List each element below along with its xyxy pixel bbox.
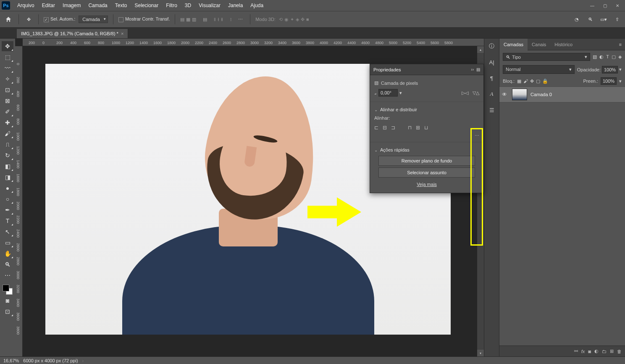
more-options-icon[interactable]: ⋯: [236, 15, 245, 24]
auto-select-mode-dropdown[interactable]: Camada: [79, 16, 108, 23]
align-vertical-centers-icon[interactable]: ⊞: [416, 125, 420, 131]
close-tab-icon[interactable]: ×: [121, 31, 123, 36]
filter-adjustment-icon[interactable]: ◐: [599, 54, 604, 60]
menu-edit[interactable]: Editar: [38, 0, 59, 11]
hand-tool[interactable]: ✋: [2, 249, 13, 259]
magic-wand-tool[interactable]: ✧: [2, 74, 13, 84]
new-group-icon[interactable]: 🗀: [602, 349, 607, 354]
layer-row[interactable]: 👁 Camada 0: [499, 86, 625, 102]
marquee-tool[interactable]: ⬚: [2, 52, 13, 62]
home-button[interactable]: [3, 14, 13, 24]
character-panel-icon[interactable]: A|: [487, 57, 497, 67]
window-close[interactable]: ✕: [612, 1, 623, 10]
share-icon[interactable]: ⇧: [612, 15, 622, 24]
menu-3d[interactable]: 3D: [181, 0, 195, 11]
angle-input[interactable]: [378, 89, 398, 97]
search-icon[interactable]: 🔍︎: [586, 15, 595, 24]
remove-background-button[interactable]: Remover plano de fundo: [378, 156, 475, 166]
opacity-input[interactable]: [602, 66, 618, 73]
lock-transparent-icon[interactable]: ▦: [517, 79, 521, 84]
select-subject-button[interactable]: Selecionar assunto: [378, 168, 475, 178]
color-swatches[interactable]: [3, 285, 13, 295]
path-selection-tool[interactable]: ↖: [2, 227, 13, 237]
edit-toolbar[interactable]: ⋯: [2, 270, 13, 280]
menu-view[interactable]: Visualizar: [195, 0, 224, 11]
flip-horizontal-icon[interactable]: ▷◁: [462, 90, 468, 96]
flip-vertical-icon[interactable]: ▽△: [473, 90, 479, 96]
history-brush-tool[interactable]: ↻: [2, 150, 13, 160]
lock-position-icon[interactable]: ✥: [530, 79, 534, 84]
workspace-icon[interactable]: ▭▾: [599, 15, 608, 24]
menu-image[interactable]: Imagem: [59, 0, 84, 11]
window-maximize[interactable]: ▢: [599, 1, 611, 10]
blend-mode-dropdown[interactable]: Normal ▾: [503, 65, 575, 74]
pen-tool[interactable]: ✒: [2, 205, 13, 215]
cloud-user-icon[interactable]: ◔: [572, 15, 581, 24]
shape-tool[interactable]: ▭: [2, 238, 13, 248]
gradient-tool[interactable]: ◨: [2, 172, 13, 182]
align-horizontal-centers-icon[interactable]: ⊟: [383, 125, 387, 131]
history-tab[interactable]: Histórico: [550, 39, 577, 50]
dodge-tool[interactable]: ○: [2, 194, 13, 204]
vertical-ruler[interactable]: 0 200 400 600 800 1000 1200 1400 1600 18…: [15, 46, 23, 356]
delete-layer-icon[interactable]: 🗑: [617, 349, 622, 354]
screen-mode-toggle[interactable]: ⊡: [2, 306, 13, 317]
channels-tab[interactable]: Canais: [528, 39, 550, 50]
filter-pixel-icon[interactable]: ▧: [593, 54, 597, 60]
layer-name[interactable]: Camada 0: [530, 92, 552, 97]
see-more-link[interactable]: Veja mais: [374, 179, 479, 189]
lasso-tool[interactable]: 〰: [2, 63, 13, 73]
foreground-color-swatch[interactable]: [3, 285, 9, 291]
menu-file[interactable]: Arquivo: [13, 0, 38, 11]
align-section-header[interactable]: Alinhar e distribuir: [374, 105, 479, 114]
menu-window[interactable]: Janela: [224, 0, 247, 11]
layer-filter-type-dropdown[interactable]: 🔍︎ Tipo ▾: [503, 53, 590, 61]
lock-artboard-icon[interactable]: ▢: [536, 79, 540, 84]
filter-type-icon[interactable]: T: [606, 54, 609, 60]
fill-input[interactable]: [601, 77, 617, 85]
zoom-level[interactable]: 16,67%: [3, 358, 19, 363]
info-panel-icon[interactable]: ⓘ: [487, 41, 497, 51]
quick-mask-toggle[interactable]: ◙: [2, 296, 13, 306]
paragraph-panel-icon[interactable]: ¶: [487, 73, 497, 83]
more-align-icon[interactable]: ⋯: [475, 133, 479, 138]
menu-layer[interactable]: Camada: [84, 0, 111, 11]
horizontal-ruler[interactable]: 200 0 200 400 600 800 1000 1200 1400 160…: [23, 39, 484, 46]
lock-image-icon[interactable]: 🖌: [523, 79, 528, 84]
align-right-edges-icon[interactable]: ⊐: [391, 125, 395, 131]
glyphs-panel-icon[interactable]: A: [487, 89, 497, 99]
status-arrow-icon[interactable]: ›: [82, 358, 84, 363]
panel-layout-icon[interactable]: ▤: [476, 67, 480, 72]
properties-panel-header[interactable]: Propriedades ›› ▤: [370, 64, 483, 75]
healing-brush-tool[interactable]: ✚: [2, 118, 13, 128]
collapse-panel-icon[interactable]: ››: [471, 67, 474, 72]
new-layer-icon[interactable]: ⊞: [610, 348, 614, 354]
menu-text[interactable]: Texto: [111, 0, 131, 11]
blur-tool[interactable]: ●: [2, 183, 13, 193]
align-left-edges-icon[interactable]: ⊏: [374, 125, 378, 131]
eyedropper-tool[interactable]: ✐: [2, 107, 13, 117]
auto-select-checkbox[interactable]: Sel. Autom.:: [44, 16, 75, 22]
filter-shape-icon[interactable]: ▢: [612, 54, 616, 60]
align-group[interactable]: ▤▦▥ ▤ ⫴⫲⫵ ⫶: [180, 17, 232, 22]
clone-stamp-tool[interactable]: ⎍: [2, 139, 13, 149]
menu-filter[interactable]: Filtro: [162, 0, 181, 11]
link-layers-icon[interactable]: ⚯: [574, 348, 578, 354]
menu-select[interactable]: Selecionar: [131, 0, 162, 11]
layer-effects-icon[interactable]: fx: [581, 349, 585, 354]
lock-all-icon[interactable]: 🔒: [542, 79, 548, 84]
document-info[interactable]: 6000 px x 4000 px (72 ppi): [23, 358, 78, 363]
move-tool[interactable]: ✥: [2, 41, 13, 51]
scroll-down-arrow[interactable]: ▾: [477, 350, 484, 356]
quick-actions-header[interactable]: Ações rápidas: [374, 146, 479, 154]
panel-menu-icon[interactable]: ≡: [616, 42, 625, 47]
document-tab[interactable]: IMG_1383.JPG @ 16,7% (Camada 0, RGB/8) *…: [17, 29, 128, 38]
layer-visibility-icon[interactable]: 👁: [502, 92, 509, 97]
new-fill-adjustment-icon[interactable]: ◐: [594, 348, 599, 354]
crop-tool[interactable]: ⊡: [2, 85, 13, 95]
frame-tool[interactable]: ⊠: [2, 96, 13, 106]
layer-mask-icon[interactable]: ◙: [588, 349, 591, 354]
show-transform-controls-checkbox[interactable]: Mostrar Contr. Transf.: [118, 16, 170, 22]
filter-smart-icon[interactable]: ◈: [618, 54, 622, 60]
adjustments-panel-icon[interactable]: ☰: [487, 105, 497, 115]
